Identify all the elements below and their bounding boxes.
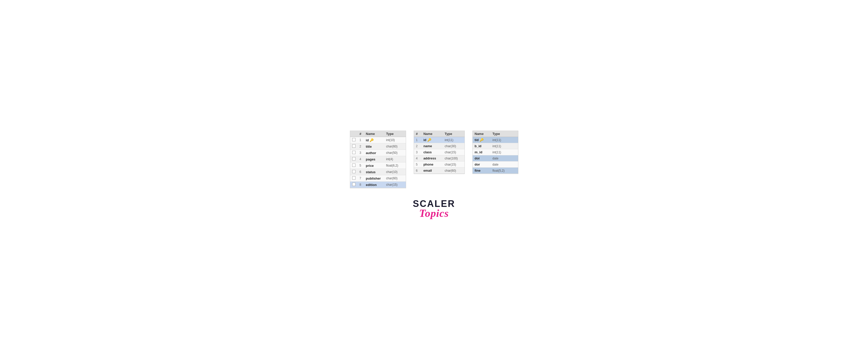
table-row: 2 name char(30)	[414, 143, 465, 149]
table-row: 8 edition char(15)	[350, 182, 406, 188]
table2-type-header: Type	[442, 131, 464, 137]
table-row: 3 class char(15)	[414, 149, 465, 155]
table3-name-header: Name	[473, 131, 491, 137]
row-name: class	[422, 149, 442, 155]
table2-name-header: Name	[422, 131, 442, 137]
row-type: char(15)	[442, 149, 464, 155]
row-num: 3	[414, 149, 422, 155]
table3: Name Type tid 🔑 int(11) b_id int(11) m_i…	[472, 131, 518, 174]
table2: # Name Type 1 id 🔑 int(11) 2 name char(3…	[414, 131, 465, 174]
row-type: char(10)	[384, 169, 401, 175]
table-row: 5 phone char(15)	[414, 161, 465, 168]
row-extra	[401, 162, 406, 169]
table1-extra-header	[401, 131, 406, 137]
table-row: 4 address char(100)	[414, 155, 465, 161]
row-type: char(15)	[384, 182, 401, 188]
table-row: tid 🔑 int(11)	[473, 137, 518, 143]
table3-type-header: Type	[491, 131, 513, 137]
row-type: int(11)	[442, 137, 464, 143]
row-name: id 🔑	[364, 137, 384, 144]
row-num: 6	[414, 168, 422, 174]
row-name: pages	[364, 156, 384, 162]
table1: # Name Type 1 id 🔑 int(10) 2 title char(…	[350, 131, 406, 188]
row-type: char(60)	[442, 168, 464, 174]
row-type: int(11)	[491, 143, 513, 149]
logo-section: SCALER Topics	[413, 198, 455, 219]
row-type: char(60)	[384, 175, 401, 182]
row-name: author	[364, 150, 384, 156]
row-num: 2	[414, 143, 422, 149]
row-type: char(15)	[442, 161, 464, 168]
table-row: b_id int(11)	[473, 143, 518, 149]
checkbox-cell[interactable]	[350, 137, 358, 144]
key-icon: 🔑	[370, 138, 374, 142]
tables-row: # Name Type 1 id 🔑 int(10) 2 title char(…	[350, 131, 518, 188]
row-extra	[401, 150, 406, 156]
table1-type-header: Type	[384, 131, 401, 137]
row-extra	[401, 137, 406, 144]
main-container: # Name Type 1 id 🔑 int(10) 2 title char(…	[350, 131, 518, 219]
row-name: id 🔑	[422, 137, 442, 143]
row-extra	[401, 175, 406, 182]
table2-num-header: #	[414, 131, 422, 137]
row-type: float(6,2)	[384, 162, 401, 169]
row-name: edition	[364, 182, 384, 188]
table1-wrapper: # Name Type 1 id 🔑 int(10) 2 title char(…	[350, 131, 406, 188]
row-num: 1	[414, 137, 422, 143]
row-name: phone	[422, 161, 442, 168]
row-extra	[513, 149, 518, 155]
row-num: 5	[358, 162, 364, 169]
row-num: 1	[358, 137, 364, 144]
row-type: int(11)	[491, 149, 513, 155]
topics-text: Topics	[419, 207, 449, 219]
table-row: 1 id 🔑 int(11)	[414, 137, 465, 143]
row-num: 5	[414, 161, 422, 168]
row-type: date	[491, 161, 513, 168]
checkbox-cell[interactable]	[350, 175, 358, 182]
table-row: 5 price float(6,2)	[350, 162, 406, 169]
row-num: 2	[358, 144, 364, 150]
row-type: char(30)	[442, 143, 464, 149]
key-icon: 🔑	[427, 138, 431, 142]
table-row: 4 pages int(4)	[350, 156, 406, 162]
table-row: 6 status char(10)	[350, 169, 406, 175]
checkbox-cell[interactable]	[350, 162, 358, 169]
table1-name-header: Name	[364, 131, 384, 137]
row-extra	[401, 156, 406, 162]
table-row: dor date	[473, 161, 518, 168]
table-row: doi date	[473, 155, 518, 161]
row-extra	[401, 144, 406, 150]
row-type: float(5,2)	[491, 168, 513, 174]
table-row: m_id int(11)	[473, 149, 518, 155]
table-row: 3 author char(50)	[350, 150, 406, 156]
table2-wrapper: # Name Type 1 id 🔑 int(11) 2 name char(3…	[414, 131, 465, 174]
row-name: tid 🔑	[473, 137, 491, 143]
checkbox-cell[interactable]	[350, 150, 358, 156]
row-type: date	[491, 155, 513, 161]
checkbox-cell[interactable]	[350, 169, 358, 175]
table3-extra-header	[513, 131, 518, 137]
row-name: m_id	[473, 149, 491, 155]
table-row: 1 id 🔑 int(10)	[350, 137, 406, 144]
row-extra	[513, 155, 518, 161]
table1-num-header: #	[358, 131, 364, 137]
row-name: publisher	[364, 175, 384, 182]
checkbox-cell[interactable]	[350, 182, 358, 188]
row-type: char(100)	[442, 155, 464, 161]
table-row: 2 title char(60)	[350, 144, 406, 150]
row-num: 4	[358, 156, 364, 162]
table-row: fine float(5,2)	[473, 168, 518, 174]
row-name: title	[364, 144, 384, 150]
row-name: b_id	[473, 143, 491, 149]
table-row: 7 publisher char(60)	[350, 175, 406, 182]
row-type: char(60)	[384, 144, 401, 150]
row-num: 6	[358, 169, 364, 175]
checkbox-cell[interactable]	[350, 144, 358, 150]
table3-wrapper: Name Type tid 🔑 int(11) b_id int(11) m_i…	[472, 131, 518, 174]
table-row: 6 email char(60)	[414, 168, 465, 174]
table1-cb-header	[350, 131, 358, 137]
row-name: address	[422, 155, 442, 161]
row-num: 3	[358, 150, 364, 156]
row-type: char(50)	[384, 150, 401, 156]
checkbox-cell[interactable]	[350, 156, 358, 162]
